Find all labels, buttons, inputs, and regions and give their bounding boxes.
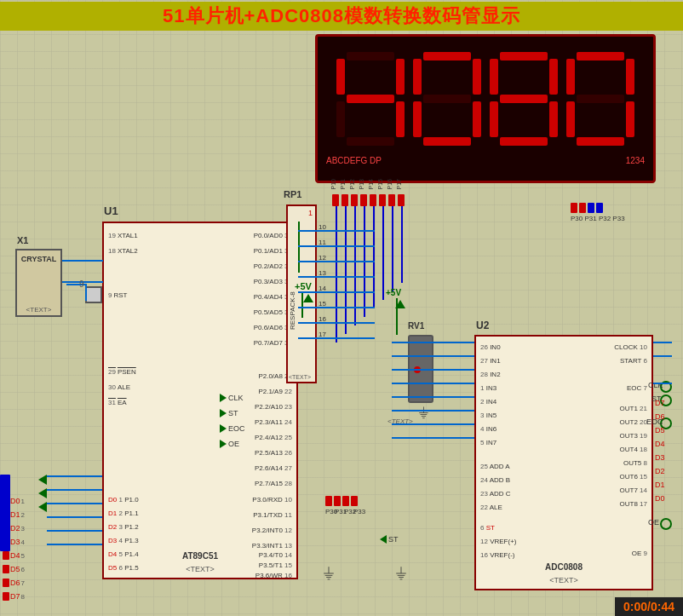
seg-tr-2	[473, 59, 481, 95]
p30-33-connectors	[325, 496, 358, 506]
rp1-pin-num-13: 13	[319, 269, 326, 277]
wire-p11-v	[345, 206, 347, 334]
wire-d2-h	[47, 503, 102, 504]
conn-p13	[360, 194, 367, 206]
seg-digits-container	[318, 37, 653, 156]
seg-digit-1	[336, 52, 405, 146]
wire-xtal1	[62, 260, 103, 262]
d6-input: D6 7	[3, 576, 25, 590]
conn-right-4	[596, 203, 603, 213]
label-right-p30: P30 P31 P32 P33	[571, 215, 625, 222]
wire-p17-v	[401, 206, 403, 283]
status-time: 0:00/0:44	[623, 600, 674, 613]
rv1-label: RV1	[408, 321, 424, 331]
seg-bl-1	[336, 101, 345, 137]
seg-top-3	[500, 52, 548, 60]
display-label-left: ABCDEFG DP	[326, 156, 382, 165]
text-label-rv1: <TEXT>	[387, 417, 413, 425]
seg-tr-1	[396, 59, 405, 95]
u2-st-left: 6 ST	[480, 524, 495, 532]
wire-d4-h	[47, 530, 102, 532]
pin-p34-t0: P3.4/T0 14	[259, 551, 292, 559]
rst-component	[85, 286, 102, 303]
wire-u2-in0	[392, 342, 474, 343]
label-oe: OE	[220, 440, 239, 448]
seg-bot-2	[423, 137, 471, 146]
conn-p30	[325, 496, 332, 506]
crystal-name: CRYSTAL	[21, 255, 57, 263]
pin-p27-a15: P2.7/A15 28	[255, 480, 292, 487]
ground-rv1: ⏚	[419, 403, 428, 421]
p1-connector-top	[332, 194, 405, 206]
blue-connector-left	[0, 475, 10, 551]
rp1-pin-num-15: 15	[319, 300, 326, 308]
conn-right-2	[579, 203, 586, 213]
seg-mid-4	[577, 95, 624, 103]
rp1-pin1: 1	[308, 209, 313, 217]
conn-p16	[388, 194, 395, 206]
seg-digit-4	[566, 52, 634, 146]
u2-clock: CLOCK 10	[614, 343, 647, 351]
seg-digit-2	[413, 52, 481, 146]
label-p33: P33	[353, 508, 365, 515]
d5-input: D5 6	[3, 562, 25, 576]
pin-p35-t1: P3.5/T1 15	[259, 561, 292, 569]
rp1-label: RP1	[284, 189, 301, 199]
pin-p26-a14: P2.6/A14 27	[255, 464, 292, 472]
pin-ale: 30ALE	[108, 383, 130, 391]
out-d5: D5	[655, 426, 665, 435]
pin-p22-a10: P2.2/A10 23	[255, 403, 292, 411]
wire-p16-v	[392, 206, 393, 291]
pin-xtal2: 18XTAL2	[108, 247, 138, 255]
rp1-pin-num-11: 11	[319, 239, 326, 246]
wire-d3-h	[47, 516, 102, 518]
seg-bot-1	[347, 137, 394, 146]
u2-out7: OUT7 14	[620, 486, 647, 494]
power-label-5v: +5V	[295, 281, 312, 291]
seg-mid-1	[347, 95, 394, 103]
conn-p10	[332, 194, 339, 206]
out-d4: D4	[655, 440, 665, 448]
wire-u2-in4	[392, 396, 474, 398]
u2-out3: OUT3 19	[620, 432, 647, 440]
pin-p32-int0: P3.2/INT0 12	[252, 527, 292, 534]
u2-in3: 1 IN3	[480, 384, 496, 392]
u2-eoc: EOC 7	[627, 384, 647, 392]
wire-p14-v	[373, 206, 375, 308]
pin-rst: 9RST	[108, 291, 127, 299]
seg-br-4	[626, 101, 634, 137]
seg-top-1	[347, 52, 394, 60]
u2-in1: 27 IN1	[480, 357, 501, 365]
rp1-sub: <TEXT>	[289, 374, 311, 380]
bus-p0-7	[298, 322, 375, 324]
label-st: ST	[220, 409, 238, 417]
u2-start: START 6	[620, 357, 647, 365]
page-title: 51单片机+ADC0808模数转换数码管显示	[0, 2, 683, 31]
pin-p25-a13: P2.5/A13 26	[255, 449, 292, 457]
bus-p0-8	[298, 337, 375, 339]
seg-br-3	[549, 101, 558, 137]
chip-u1-name: AT89C51	[182, 551, 218, 561]
u2-out8: OUT8 17	[620, 500, 647, 508]
d7-input: D7 8	[3, 590, 25, 603]
u2-out1: OUT1 21	[620, 405, 647, 412]
seg-tl-1	[336, 59, 345, 95]
u2-in0: 26 IN0	[480, 343, 501, 351]
bus-p0-6	[298, 307, 375, 308]
u2-vrefp: 12 VREF(+)	[480, 538, 516, 545]
u2-out5: OUT5 8	[623, 459, 647, 467]
u2-addc: 23 ADD C	[480, 490, 511, 498]
chip-u2-body: U2 26 IN0 27 IN1 28 IN2 1 IN3 2 IN4 3 IN…	[474, 335, 653, 590]
seg-tl-3	[490, 59, 498, 95]
conn-p12	[351, 194, 358, 206]
rp1-pin-num-14: 14	[319, 285, 326, 292]
seven-segment-display: ABCDEFG DP 1234	[315, 34, 656, 183]
seg-bl-4	[566, 101, 575, 137]
pin-p31-txd: P3.1/TXD 11	[253, 511, 292, 519]
endpoint-oe-label: OE	[648, 518, 659, 527]
label-eoc: EOC	[220, 424, 245, 433]
p1-pin-labels: P10 P11 P12 P13 P14 P15 P16 P17	[330, 179, 405, 189]
arrow-left-1	[38, 475, 47, 485]
seg-digit-3	[490, 52, 558, 146]
bus-p0-2	[298, 245, 375, 247]
